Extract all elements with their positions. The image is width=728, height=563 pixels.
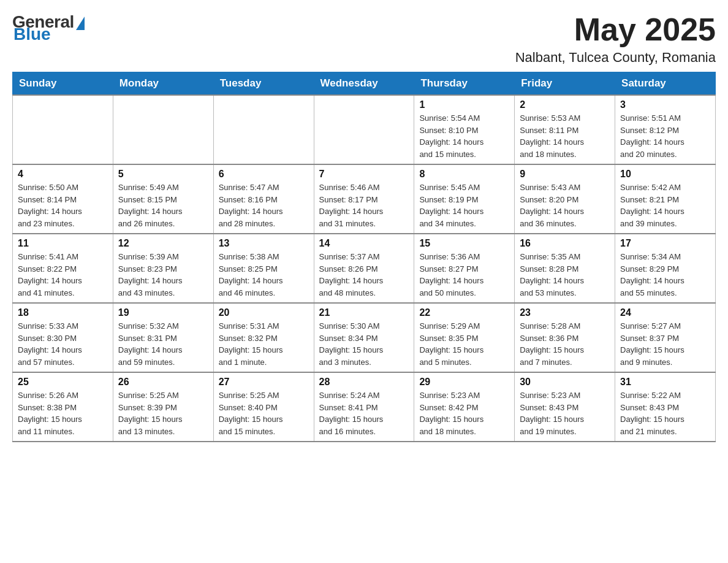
calendar-cell: 26Sunrise: 5:25 AM Sunset: 8:39 PM Dayli…: [113, 372, 213, 442]
day-info: Sunrise: 5:24 AM Sunset: 8:41 PM Dayligh…: [319, 389, 409, 437]
day-info: Sunrise: 5:31 AM Sunset: 8:32 PM Dayligh…: [219, 320, 309, 368]
calendar-cell: 24Sunrise: 5:27 AM Sunset: 8:37 PM Dayli…: [615, 303, 716, 372]
calendar-header-friday: Friday: [515, 72, 615, 96]
calendar-cell: 27Sunrise: 5:25 AM Sunset: 8:40 PM Dayli…: [213, 372, 314, 442]
page-header: General Blue May 2025 Nalbant, Tulcea Co…: [12, 12, 716, 66]
calendar-cell: 30Sunrise: 5:23 AM Sunset: 8:43 PM Dayli…: [515, 372, 615, 442]
day-info: Sunrise: 5:51 AM Sunset: 8:12 PM Dayligh…: [620, 112, 710, 160]
calendar-cell: 6Sunrise: 5:47 AM Sunset: 8:16 PM Daylig…: [213, 164, 314, 234]
day-number: 30: [520, 377, 610, 388]
day-info: Sunrise: 5:45 AM Sunset: 8:19 PM Dayligh…: [419, 182, 509, 229]
calendar-cell: 23Sunrise: 5:28 AM Sunset: 8:36 PM Dayli…: [515, 303, 615, 372]
day-number: 24: [620, 307, 710, 318]
calendar-cell: 18Sunrise: 5:33 AM Sunset: 8:30 PM Dayli…: [13, 303, 113, 372]
title-block: May 2025 Nalbant, Tulcea County, Romania: [515, 12, 716, 66]
calendar-header-monday: Monday: [113, 72, 213, 96]
calendar-cell: 5Sunrise: 5:49 AM Sunset: 8:15 PM Daylig…: [113, 164, 213, 234]
day-info: Sunrise: 5:32 AM Sunset: 8:31 PM Dayligh…: [118, 320, 208, 368]
calendar-cell: 11Sunrise: 5:41 AM Sunset: 8:22 PM Dayli…: [13, 234, 113, 303]
day-info: Sunrise: 5:42 AM Sunset: 8:21 PM Dayligh…: [620, 182, 710, 229]
day-number: 31: [620, 377, 710, 388]
calendar-cell: 4Sunrise: 5:50 AM Sunset: 8:14 PM Daylig…: [13, 164, 113, 234]
month-year-title: May 2025: [515, 12, 716, 47]
calendar-cell: 20Sunrise: 5:31 AM Sunset: 8:32 PM Dayli…: [213, 303, 314, 372]
day-number: 19: [118, 307, 208, 318]
day-number: 8: [419, 169, 509, 180]
calendar-table: SundayMondayTuesdayWednesdayThursdayFrid…: [12, 72, 716, 442]
calendar-cell: 2Sunrise: 5:53 AM Sunset: 8:11 PM Daylig…: [515, 95, 615, 164]
calendar-cell: 14Sunrise: 5:37 AM Sunset: 8:26 PM Dayli…: [314, 234, 414, 303]
day-number: 5: [118, 169, 208, 180]
day-info: Sunrise: 5:25 AM Sunset: 8:39 PM Dayligh…: [118, 389, 208, 437]
day-number: 11: [18, 238, 108, 249]
day-number: 21: [319, 307, 409, 318]
day-number: 14: [319, 238, 409, 249]
calendar-header-saturday: Saturday: [615, 72, 716, 96]
day-info: Sunrise: 5:25 AM Sunset: 8:40 PM Dayligh…: [219, 389, 309, 437]
calendar-header-row: SundayMondayTuesdayWednesdayThursdayFrid…: [13, 72, 716, 96]
day-info: Sunrise: 5:34 AM Sunset: 8:29 PM Dayligh…: [620, 251, 710, 299]
day-info: Sunrise: 5:29 AM Sunset: 8:35 PM Dayligh…: [419, 320, 509, 368]
calendar-header-tuesday: Tuesday: [213, 72, 314, 96]
day-number: 10: [620, 169, 710, 180]
day-number: 1: [419, 99, 509, 110]
day-number: 29: [419, 377, 509, 388]
day-number: 2: [520, 99, 610, 110]
calendar-cell: 10Sunrise: 5:42 AM Sunset: 8:21 PM Dayli…: [615, 164, 716, 234]
calendar-cell: [213, 95, 314, 164]
day-number: 27: [219, 377, 309, 388]
calendar-week-row: 1Sunrise: 5:54 AM Sunset: 8:10 PM Daylig…: [13, 95, 716, 164]
calendar-cell: 12Sunrise: 5:39 AM Sunset: 8:23 PM Dayli…: [113, 234, 213, 303]
calendar-cell: 28Sunrise: 5:24 AM Sunset: 8:41 PM Dayli…: [314, 372, 414, 442]
calendar-week-row: 25Sunrise: 5:26 AM Sunset: 8:38 PM Dayli…: [13, 372, 716, 442]
day-number: 25: [18, 377, 108, 388]
calendar-cell: 15Sunrise: 5:36 AM Sunset: 8:27 PM Dayli…: [414, 234, 515, 303]
calendar-cell: [314, 95, 414, 164]
day-number: 18: [18, 307, 108, 318]
calendar-week-row: 4Sunrise: 5:50 AM Sunset: 8:14 PM Daylig…: [13, 164, 716, 234]
day-info: Sunrise: 5:53 AM Sunset: 8:11 PM Dayligh…: [520, 112, 610, 160]
calendar-cell: 17Sunrise: 5:34 AM Sunset: 8:29 PM Dayli…: [615, 234, 716, 303]
day-info: Sunrise: 5:43 AM Sunset: 8:20 PM Dayligh…: [520, 182, 610, 229]
calendar-cell: 25Sunrise: 5:26 AM Sunset: 8:38 PM Dayli…: [13, 372, 113, 442]
day-info: Sunrise: 5:27 AM Sunset: 8:37 PM Dayligh…: [620, 320, 710, 368]
day-info: Sunrise: 5:22 AM Sunset: 8:43 PM Dayligh…: [620, 389, 710, 437]
day-info: Sunrise: 5:28 AM Sunset: 8:36 PM Dayligh…: [520, 320, 610, 368]
day-number: 7: [319, 169, 409, 180]
calendar-cell: 9Sunrise: 5:43 AM Sunset: 8:20 PM Daylig…: [515, 164, 615, 234]
day-number: 16: [520, 238, 610, 249]
calendar-cell: 29Sunrise: 5:23 AM Sunset: 8:42 PM Dayli…: [414, 372, 515, 442]
day-number: 15: [419, 238, 509, 249]
day-info: Sunrise: 5:33 AM Sunset: 8:30 PM Dayligh…: [18, 320, 108, 368]
calendar-cell: 16Sunrise: 5:35 AM Sunset: 8:28 PM Dayli…: [515, 234, 615, 303]
calendar-cell: 13Sunrise: 5:38 AM Sunset: 8:25 PM Dayli…: [213, 234, 314, 303]
logo-triangle-icon: [76, 17, 85, 30]
day-info: Sunrise: 5:36 AM Sunset: 8:27 PM Dayligh…: [419, 251, 509, 299]
calendar-header-sunday: Sunday: [13, 72, 113, 96]
day-number: 20: [219, 307, 309, 318]
calendar-cell: [113, 95, 213, 164]
day-number: 28: [319, 377, 409, 388]
day-number: 26: [118, 377, 208, 388]
calendar-cell: 22Sunrise: 5:29 AM Sunset: 8:35 PM Dayli…: [414, 303, 515, 372]
day-info: Sunrise: 5:23 AM Sunset: 8:42 PM Dayligh…: [419, 389, 509, 437]
calendar-cell: 3Sunrise: 5:51 AM Sunset: 8:12 PM Daylig…: [615, 95, 716, 164]
day-info: Sunrise: 5:37 AM Sunset: 8:26 PM Dayligh…: [319, 251, 409, 299]
location-subtitle: Nalbant, Tulcea County, Romania: [515, 50, 716, 66]
day-number: 13: [219, 238, 309, 249]
day-number: 23: [520, 307, 610, 318]
calendar-cell: 8Sunrise: 5:45 AM Sunset: 8:19 PM Daylig…: [414, 164, 515, 234]
calendar-cell: 31Sunrise: 5:22 AM Sunset: 8:43 PM Dayli…: [615, 372, 716, 442]
day-info: Sunrise: 5:30 AM Sunset: 8:34 PM Dayligh…: [319, 320, 409, 368]
calendar-week-row: 11Sunrise: 5:41 AM Sunset: 8:22 PM Dayli…: [13, 234, 716, 303]
day-number: 17: [620, 238, 710, 249]
calendar-cell: 21Sunrise: 5:30 AM Sunset: 8:34 PM Dayli…: [314, 303, 414, 372]
day-number: 9: [520, 169, 610, 180]
calendar-header-thursday: Thursday: [414, 72, 515, 96]
day-info: Sunrise: 5:50 AM Sunset: 8:14 PM Dayligh…: [18, 182, 108, 229]
day-number: 12: [118, 238, 208, 249]
day-info: Sunrise: 5:47 AM Sunset: 8:16 PM Dayligh…: [219, 182, 309, 229]
calendar-header-wednesday: Wednesday: [314, 72, 414, 96]
day-info: Sunrise: 5:39 AM Sunset: 8:23 PM Dayligh…: [118, 251, 208, 299]
day-number: 4: [18, 169, 108, 180]
